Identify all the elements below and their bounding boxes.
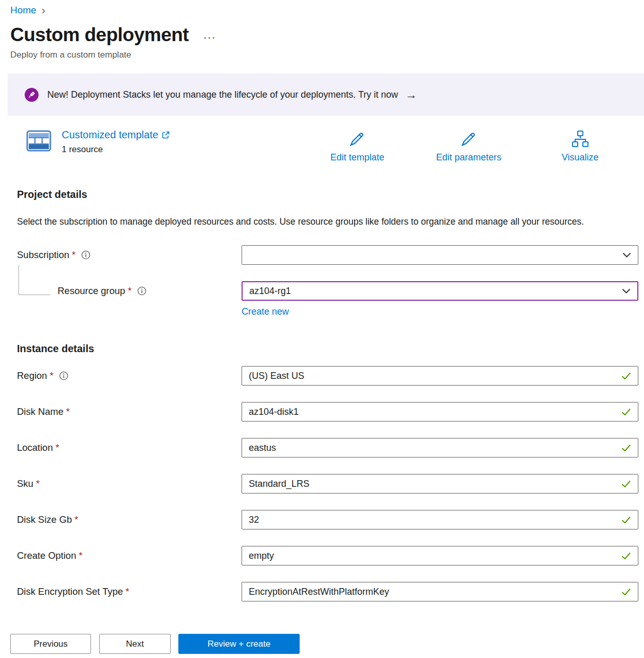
info-icon[interactable] bbox=[81, 250, 90, 260]
rocket-icon bbox=[25, 88, 39, 102]
breadcrumb-home-link[interactable]: Home bbox=[10, 5, 36, 16]
arrow-right-icon[interactable]: → bbox=[405, 90, 417, 99]
page-title: Custom deployment bbox=[10, 24, 189, 46]
required-marker: * bbox=[66, 406, 69, 417]
field-row-disk-name: Disk Name * az104-disk1 bbox=[17, 402, 638, 422]
valid-check-icon bbox=[621, 588, 631, 596]
edit-parameters-label: Edit parameters bbox=[436, 152, 501, 163]
review-create-button[interactable]: Review + create bbox=[178, 634, 300, 654]
banner-text: New! Deployment Stacks let you manage th… bbox=[47, 89, 398, 100]
page-subtitle: Deploy from a custom template bbox=[10, 50, 644, 60]
field-row-disk-encryption-set-type: Disk Encryption Set Type * EncryptionAtR… bbox=[17, 582, 638, 601]
disk-name-input[interactable]: az104-disk1 bbox=[242, 402, 638, 422]
external-link-icon bbox=[162, 131, 170, 139]
required-marker: * bbox=[56, 442, 59, 453]
required-marker: * bbox=[72, 249, 76, 261]
resource-group-dropdown[interactable]: az104-rg1 bbox=[242, 281, 638, 301]
disk-size-gb-input[interactable]: 32 bbox=[242, 510, 638, 529]
instance-details-heading: Instance details bbox=[17, 343, 644, 355]
info-icon[interactable] bbox=[59, 371, 68, 380]
region-input[interactable]: (US) East US bbox=[242, 366, 638, 386]
deployment-stacks-banner[interactable]: New! Deployment Stacks let you manage th… bbox=[8, 74, 644, 116]
disk-name-label: Disk Name bbox=[17, 406, 63, 417]
project-details-heading: Project details bbox=[17, 189, 644, 200]
valid-check-icon bbox=[621, 516, 631, 524]
location-input[interactable]: eastus bbox=[242, 438, 638, 458]
project-details-description: Select the subscription to manage deploy… bbox=[17, 214, 608, 230]
edit-parameters-button[interactable]: Edit parameters bbox=[413, 129, 525, 163]
disk-size-gb-value: 32 bbox=[249, 515, 259, 525]
disk-encryption-set-type-input[interactable]: EncryptionAtRestWithPlatformKey bbox=[242, 582, 638, 601]
create-option-label: Create Option bbox=[17, 550, 76, 561]
location-label: Location bbox=[17, 442, 53, 453]
valid-check-icon bbox=[621, 408, 631, 416]
sku-value: Standard_LRS bbox=[249, 479, 309, 489]
field-row-region: Region * (US) East US bbox=[17, 366, 638, 386]
info-icon[interactable] bbox=[137, 286, 146, 296]
edit-template-label: Edit template bbox=[330, 152, 384, 163]
hierarchy-icon bbox=[571, 129, 590, 149]
required-marker: * bbox=[50, 370, 53, 381]
disk-size-gb-label: Disk Size Gb bbox=[17, 514, 72, 525]
create-option-input[interactable]: empty bbox=[242, 546, 638, 565]
sku-input[interactable]: Standard_LRS bbox=[242, 474, 638, 494]
customized-template-label: Customized template bbox=[62, 129, 158, 141]
resource-group-value: az104-rg1 bbox=[249, 286, 291, 297]
required-marker: * bbox=[79, 550, 82, 561]
create-option-value: empty bbox=[249, 551, 274, 561]
required-marker: * bbox=[128, 285, 132, 297]
field-row-location: Location * eastus bbox=[17, 438, 638, 458]
field-row-resource-group: Resource group * az104-rg1 bbox=[17, 281, 638, 301]
create-new-link[interactable]: Create new bbox=[242, 306, 289, 317]
field-row-sku: Sku * Standard_LRS bbox=[17, 474, 638, 494]
chevron-right-icon: › bbox=[42, 6, 45, 15]
sku-label: Sku bbox=[17, 478, 33, 489]
subscription-label: Subscription bbox=[17, 249, 69, 261]
template-icon bbox=[26, 130, 51, 154]
template-summary: Customized template 1 resource Edit temp… bbox=[26, 129, 636, 163]
required-marker: * bbox=[125, 586, 129, 597]
field-row-create-option: Create Option * empty bbox=[17, 546, 638, 565]
chevron-down-icon bbox=[622, 288, 631, 294]
valid-check-icon bbox=[621, 480, 631, 488]
resource-count: 1 resource bbox=[62, 144, 170, 155]
custom-deployment-page: Home › Custom deployment ··· Deploy from… bbox=[0, 0, 644, 658]
disk-name-value: az104-disk1 bbox=[249, 407, 299, 417]
more-options-button[interactable]: ··· bbox=[203, 26, 216, 44]
field-row-subscription: Subscription * bbox=[17, 245, 638, 265]
customized-template-link[interactable]: Customized template bbox=[62, 129, 170, 141]
valid-check-icon bbox=[621, 444, 631, 452]
next-button[interactable]: Next bbox=[99, 634, 171, 654]
required-marker: * bbox=[36, 478, 40, 489]
chevron-down-icon bbox=[622, 252, 631, 258]
edit-template-button[interactable]: Edit template bbox=[302, 129, 413, 163]
valid-check-icon bbox=[621, 372, 631, 380]
disk-encryption-set-type-label: Disk Encryption Set Type bbox=[17, 586, 123, 597]
pencil-icon bbox=[347, 129, 367, 149]
region-value: (US) East US bbox=[249, 371, 304, 381]
required-marker: * bbox=[75, 514, 78, 525]
template-actions: Edit template Edit parameters Visualize bbox=[302, 129, 636, 163]
visualize-label: Visualize bbox=[562, 152, 599, 163]
pencil-icon bbox=[459, 129, 479, 149]
previous-button[interactable]: Previous bbox=[10, 634, 91, 654]
nesting-connector-line bbox=[19, 265, 50, 295]
visualize-button[interactable]: Visualize bbox=[524, 129, 636, 163]
wizard-footer: Previous Next Review + create bbox=[0, 621, 644, 658]
breadcrumb: Home › bbox=[0, 0, 644, 16]
project-details-form: Subscription * Resource group * bbox=[17, 245, 638, 317]
subscription-dropdown[interactable] bbox=[242, 245, 638, 265]
instance-details-form: Region * (US) East US Disk Name * az104-… bbox=[17, 366, 638, 601]
resource-group-label: Resource group bbox=[58, 285, 125, 297]
disk-encryption-set-type-value: EncryptionAtRestWithPlatformKey bbox=[249, 587, 389, 597]
region-label: Region bbox=[17, 370, 47, 381]
valid-check-icon bbox=[621, 552, 631, 560]
field-row-disk-size-gb: Disk Size Gb * 32 bbox=[17, 510, 638, 529]
location-value: eastus bbox=[249, 443, 276, 453]
